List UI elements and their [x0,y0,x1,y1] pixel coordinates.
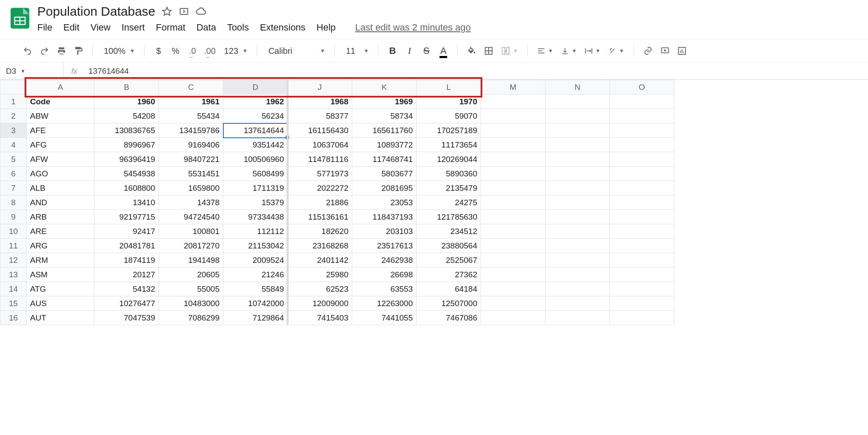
zoom-select[interactable]: 100%▼ [100,46,137,56]
cell[interactable]: 96396419 [95,152,159,167]
cell[interactable] [545,109,610,123]
menu-edit[interactable]: Edit [63,22,79,33]
cell[interactable]: Code [27,95,95,109]
cell[interactable] [545,268,610,282]
cell[interactable] [610,268,674,282]
cell[interactable] [545,195,610,210]
cell[interactable]: 54132 [95,282,159,296]
cell[interactable]: 1961 [159,95,223,109]
cell[interactable]: 10893772 [352,138,417,152]
cell[interactable] [481,138,545,152]
cell[interactable] [545,239,610,253]
cell[interactable]: 12507000 [417,296,481,311]
cell[interactable] [610,138,674,152]
cell[interactable] [481,296,545,311]
cell[interactable]: 5890360 [417,167,481,181]
cell[interactable]: 24275 [417,195,481,210]
cell[interactable]: ASM [27,268,95,282]
row-header-4[interactable]: 4 [0,138,27,152]
menu-help[interactable]: Help [317,22,336,33]
menu-extensions[interactable]: Extensions [260,22,306,33]
cell[interactable] [481,152,545,167]
cell[interactable]: 20817270 [159,239,223,253]
cell[interactable]: 2022272 [288,181,352,195]
document-title[interactable]: Population Database [37,4,156,19]
cell[interactable] [610,282,674,296]
cell[interactable] [610,167,674,181]
merge-cells-button[interactable]: ▼ [498,46,520,56]
italic-button[interactable]: I [402,43,417,59]
row-header-7[interactable]: 7 [0,181,27,195]
cell[interactable]: 97334438 [223,210,288,224]
insert-comment-button[interactable] [658,43,672,59]
cell[interactable]: 21153042 [223,239,288,253]
cell[interactable]: 120269044 [417,152,481,167]
menu-tools[interactable]: Tools [227,22,249,33]
cell[interactable]: AND [27,195,95,210]
cell[interactable]: ARG [27,239,95,253]
cell[interactable]: AFE [27,123,95,138]
cell[interactable]: 114781116 [288,152,352,167]
cell[interactable]: 13410 [95,195,159,210]
cell[interactable]: 7467086 [417,311,481,325]
column-header-M[interactable]: M [481,80,545,95]
cell[interactable]: 1941498 [159,253,223,268]
cell[interactable] [610,253,674,268]
menu-data[interactable]: Data [196,22,216,33]
cell[interactable]: 1968 [288,95,352,109]
cell[interactable]: 100801 [159,224,223,239]
redo-icon[interactable] [37,43,52,59]
cell[interactable]: 121785630 [417,210,481,224]
bold-button[interactable]: B [385,43,400,59]
cell[interactable]: 182620 [288,224,352,239]
column-header-O[interactable]: O [610,80,674,95]
decrease-decimal-button[interactable]: .0← [185,43,200,59]
cell[interactable] [610,210,674,224]
cell[interactable] [545,138,610,152]
cell[interactable]: 92197715 [95,210,159,224]
menu-format[interactable]: Format [156,22,186,33]
cell[interactable]: 10637064 [288,138,352,152]
cell[interactable]: 23880564 [417,239,481,253]
cell[interactable] [545,296,610,311]
cell[interactable] [610,152,674,167]
cell[interactable] [610,195,674,210]
cell[interactable]: 92417 [95,224,159,239]
cell[interactable]: 58377 [288,109,352,123]
cell[interactable]: 137614644 [223,123,288,138]
cell[interactable]: 26698 [352,268,417,282]
cell[interactable]: 2525067 [417,253,481,268]
row-header-5[interactable]: 5 [0,152,27,167]
cell[interactable]: 100506960 [223,152,288,167]
column-header-B[interactable]: B [95,80,159,95]
cell[interactable]: 21886 [288,195,352,210]
column-header-L[interactable]: L [417,80,481,95]
cell[interactable]: 234512 [417,224,481,239]
cell[interactable]: 1969 [352,95,417,109]
column-header-K[interactable]: K [352,80,417,95]
cell[interactable] [545,152,610,167]
cell[interactable] [545,181,610,195]
cell[interactable]: 2401142 [288,253,352,268]
cell[interactable]: 27362 [417,268,481,282]
cell[interactable]: 63553 [352,282,417,296]
format-currency-button[interactable]: $ [151,43,166,59]
vertical-align-button[interactable]: ▼ [558,47,579,55]
cell[interactable] [545,253,610,268]
cell[interactable]: 165611760 [352,123,417,138]
cell[interactable] [610,311,674,325]
cell[interactable]: 8996967 [95,138,159,152]
cell[interactable]: 5771973 [288,167,352,181]
column-header-C[interactable]: C [159,80,223,95]
cell[interactable]: 1711319 [223,181,288,195]
cell[interactable]: 5803677 [352,167,417,181]
cell[interactable]: ARM [27,253,95,268]
more-formats-select[interactable]: 123▼ [220,46,250,56]
select-all-corner[interactable] [0,80,27,95]
menu-file[interactable]: File [37,22,52,33]
cell[interactable]: ALB [27,181,95,195]
cell[interactable] [481,282,545,296]
cell[interactable]: 11173654 [417,138,481,152]
cell[interactable]: 20127 [95,268,159,282]
cell[interactable]: 21246 [223,268,288,282]
